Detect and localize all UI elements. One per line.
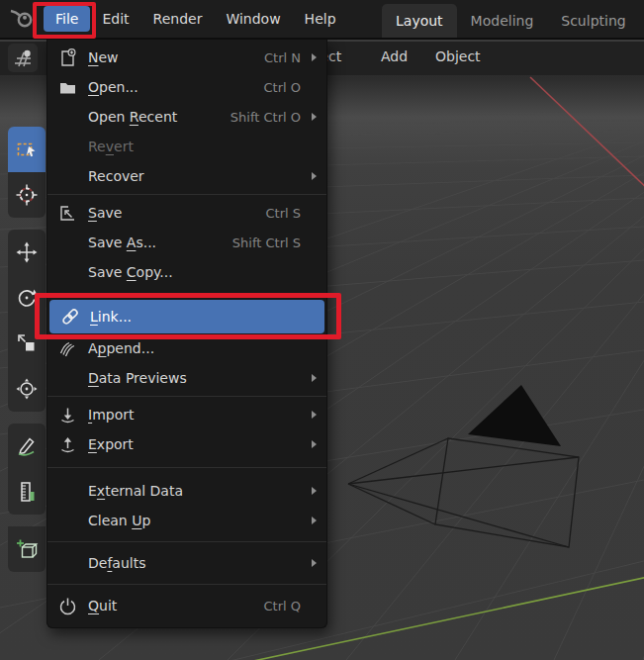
shortcut-label: Ctrl S bbox=[265, 206, 301, 221]
tab-layout[interactable]: Layout bbox=[382, 4, 457, 38]
shortcut-label: Ctrl O bbox=[264, 80, 302, 95]
tab-sculpting[interactable]: Sculpting bbox=[547, 4, 639, 38]
rotate-icon bbox=[15, 286, 39, 310]
tool-move[interactable] bbox=[8, 230, 46, 275]
topmenu-window[interactable]: Window bbox=[214, 6, 292, 32]
shortcut-label: Ctrl Q bbox=[264, 599, 302, 613]
menu-item-link[interactable]: Link... bbox=[49, 300, 324, 333]
menu-item-quit[interactable]: Quit Ctrl Q bbox=[47, 591, 326, 620]
shortcut-label: Shift Ctrl S bbox=[232, 236, 301, 250]
menu-item-open-recent[interactable]: Open Recent Shift Ctrl O bbox=[47, 102, 326, 132]
topmenu-edit[interactable]: Edit bbox=[90, 6, 140, 32]
transform-icon bbox=[15, 377, 39, 401]
viewport-menu-object[interactable]: Object bbox=[435, 48, 481, 64]
submenu-arrow-icon bbox=[312, 53, 317, 61]
tool-select-box[interactable] bbox=[8, 127, 46, 172]
move-icon bbox=[15, 240, 39, 264]
topmenu-file[interactable]: File bbox=[44, 6, 90, 32]
topmenu-help[interactable]: Help bbox=[293, 6, 348, 32]
menu-separator bbox=[47, 293, 326, 294]
submenu-arrow-icon bbox=[312, 113, 317, 121]
shortcut-label: Ctrl N bbox=[264, 50, 301, 65]
tool-add-cube[interactable] bbox=[8, 526, 46, 572]
menu-separator bbox=[47, 194, 326, 195]
new-file-icon bbox=[58, 48, 88, 67]
submenu-arrow-icon bbox=[312, 487, 317, 495]
file-menu-dropdown: New Ctrl N Open... Ctrl O Open Recent Sh… bbox=[46, 40, 327, 628]
blender-logo-icon bbox=[8, 4, 38, 34]
menu-separator bbox=[47, 467, 326, 468]
tool-rotate[interactable] bbox=[8, 275, 46, 321]
camera-frustum bbox=[348, 438, 579, 547]
menu-item-defaults[interactable]: Defaults bbox=[47, 548, 326, 578]
menu-item-save-as[interactable]: Save As... Shift Ctrl S bbox=[47, 228, 326, 257]
submenu-arrow-icon bbox=[312, 559, 317, 567]
submenu-arrow-icon bbox=[312, 172, 317, 180]
tab-modeling[interactable]: Modeling bbox=[457, 4, 548, 38]
cursor-icon bbox=[15, 183, 39, 207]
shortcut-label: Shift Ctrl O bbox=[230, 110, 301, 125]
scale-icon bbox=[15, 331, 39, 355]
topbar: File Edit Render Window Help Layout Mode… bbox=[0, 0, 644, 40]
topmenu-render[interactable]: Render bbox=[141, 6, 215, 32]
menu-item-new[interactable]: New Ctrl N bbox=[47, 43, 326, 72]
import-icon bbox=[58, 406, 88, 424]
menu-item-import[interactable]: Import bbox=[47, 400, 326, 429]
menu-separator bbox=[47, 541, 326, 542]
save-icon bbox=[58, 204, 88, 223]
menu-item-open[interactable]: Open... Ctrl O bbox=[47, 72, 326, 102]
link-icon bbox=[60, 307, 90, 327]
viewport-editor-icon bbox=[12, 47, 34, 69]
tool-annotate[interactable] bbox=[8, 424, 46, 469]
menu-item-save[interactable]: Save Ctrl S bbox=[47, 198, 326, 228]
camera-object[interactable] bbox=[348, 385, 579, 547]
append-icon bbox=[58, 339, 88, 358]
submenu-arrow-icon bbox=[312, 440, 317, 448]
tool-scale[interactable] bbox=[8, 321, 46, 366]
select-box-icon bbox=[15, 138, 39, 161]
workspace-tabs: Layout Modeling Sculpting bbox=[382, 0, 640, 38]
tool-transform[interactable] bbox=[8, 366, 46, 412]
annotate-icon bbox=[15, 434, 39, 458]
submenu-arrow-icon bbox=[312, 374, 317, 382]
menu-item-recover[interactable]: Recover bbox=[47, 161, 326, 191]
menu-item-clean-up[interactable]: Clean Up bbox=[47, 506, 326, 535]
viewport-menu-add[interactable]: Add bbox=[381, 48, 408, 64]
menu-item-external-data[interactable]: External Data bbox=[47, 476, 326, 506]
menu-item-save-copy[interactable]: Save Copy... bbox=[47, 257, 326, 287]
menu-separator bbox=[47, 584, 326, 585]
menu-item-export[interactable]: Export bbox=[47, 429, 326, 459]
camera-up-triangle bbox=[468, 385, 561, 446]
menu-item-append[interactable]: Append... bbox=[47, 333, 326, 363]
toolbar bbox=[8, 127, 46, 572]
export-icon bbox=[58, 435, 88, 454]
add-cube-icon bbox=[15, 537, 39, 561]
menu-item-data-previews[interactable]: Data Previews bbox=[47, 363, 326, 393]
submenu-arrow-icon bbox=[312, 517, 317, 524]
tool-cursor[interactable] bbox=[8, 172, 46, 218]
open-folder-icon bbox=[58, 78, 88, 97]
menu-item-revert: Revert bbox=[47, 132, 326, 161]
blender-window: Select Add Object bbox=[0, 0, 644, 660]
editor-type-button[interactable] bbox=[8, 44, 38, 72]
tool-measure[interactable] bbox=[8, 469, 46, 515]
menu-separator bbox=[47, 396, 326, 397]
measure-icon bbox=[15, 480, 39, 504]
power-icon bbox=[58, 597, 88, 615]
submenu-arrow-icon bbox=[312, 411, 317, 419]
